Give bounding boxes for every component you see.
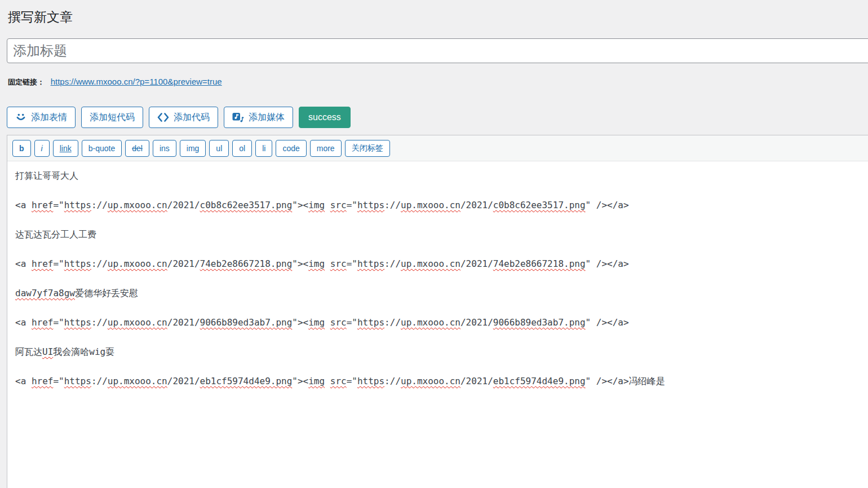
editor-text: " /></a> xyxy=(586,376,629,386)
editor-text: /2021/ xyxy=(167,376,200,386)
editor-text xyxy=(325,200,330,210)
editor-text: :// xyxy=(91,317,108,328)
post-content-editor[interactable]: 打算让哥哥大人<a href="https://up.mxooo.cn/2021… xyxy=(7,161,868,411)
editor-text: :// xyxy=(91,376,108,386)
editor-text: /2021/ xyxy=(167,200,200,210)
misspelled-text: c0b8c62ee3517.png xyxy=(200,200,293,210)
misspelled-text: up.mxooo.cn xyxy=(108,317,167,328)
quicktag-li-button[interactable]: li xyxy=(255,140,272,157)
misspelled-text: eb1cf5974d4e9.png xyxy=(200,376,293,386)
misspelled-text: href xyxy=(32,200,54,210)
misspelled-text: https xyxy=(357,200,384,210)
smiley-icon xyxy=(15,112,26,123)
misspelled-text: https xyxy=(357,258,384,269)
editor-text: 冯绍峰是 xyxy=(629,376,665,386)
editor-text: /2021/ xyxy=(167,258,200,269)
editor-line: <a href="https://up.mxooo.cn/2021/9066b8… xyxy=(15,315,868,330)
misspelled-text: src xyxy=(330,376,347,386)
misspelled-text: https xyxy=(64,317,91,328)
button-label: 添加短代码 xyxy=(90,112,135,124)
misspelled-text: 9066b89ed3ab7.png xyxy=(493,317,586,328)
editor-text xyxy=(325,317,330,328)
quicktag-del-button[interactable]: del xyxy=(125,140,149,157)
editor-text: /2021/ xyxy=(460,317,493,328)
editor-text: =" xyxy=(53,376,64,386)
editor-text: /2021/ xyxy=(167,317,200,328)
editor-text: :// xyxy=(91,200,108,210)
editor-line: 打算让哥哥大人 xyxy=(15,169,868,183)
editor-text: =" xyxy=(53,258,64,269)
editor-text: 我会滴哈wig耍 xyxy=(53,346,114,357)
misspelled-text: up.mxooo.cn xyxy=(401,200,460,210)
misspelled-text: https xyxy=(64,200,91,210)
button-label: 添加表情 xyxy=(31,112,67,124)
add-emoji-button[interactable]: 添加表情 xyxy=(7,107,76,128)
quicktag-more-button[interactable]: more xyxy=(310,140,342,157)
editor-text: <a xyxy=(15,200,32,210)
misspelled-text: eb1cf5974d4e9.png xyxy=(493,376,586,386)
editor-text: :// xyxy=(384,376,401,386)
quicktag-code-button[interactable]: code xyxy=(276,140,306,157)
misspelled-text: src xyxy=(330,200,347,210)
misspelled-text: img xyxy=(308,317,325,328)
misspelled-text: https xyxy=(357,376,384,386)
editor-text: =" xyxy=(347,317,357,328)
editor-text: ">< xyxy=(292,317,308,328)
post-title-input[interactable] xyxy=(7,38,868,63)
editor-line: 达瓦达瓦分工人工费 xyxy=(15,227,868,242)
add-shortcode-button[interactable]: 添加短代码 xyxy=(81,107,143,128)
quicktags-toolbar: bilinkb-quotedelinsimgulollicodemore关闭标签 xyxy=(7,135,868,161)
editor-text xyxy=(325,258,330,269)
editor-text: =" xyxy=(347,258,357,269)
button-label: 添加代码 xyxy=(174,112,210,124)
quicktag-ul-button[interactable]: ul xyxy=(209,140,229,157)
misspelled-text: img xyxy=(308,258,325,269)
editor-line: <a href="https://up.mxooo.cn/2021/c0b8c6… xyxy=(15,198,868,213)
editor-text: 爱德华好丢安慰 xyxy=(75,288,138,298)
editor-text: :// xyxy=(384,317,401,328)
quicktag-link-button[interactable]: link xyxy=(53,140,78,157)
misspelled-text: href xyxy=(32,317,54,328)
misspelled-text: c0b8c62ee3517.png xyxy=(493,200,586,210)
quicktag-ins-button[interactable]: ins xyxy=(153,140,176,157)
media-buttons-row: 添加表情添加短代码添加代码添加媒体success xyxy=(7,107,868,128)
editor-text: /2021/ xyxy=(460,258,493,269)
editor-text: <a xyxy=(15,376,32,386)
quicktag-img-button[interactable]: img xyxy=(180,140,206,157)
misspelled-text: daw7yf7a8gw xyxy=(15,288,75,298)
editor-text: ">< xyxy=(292,200,308,210)
editor-text: <a xyxy=(15,317,32,328)
editor-text: " /></a> xyxy=(586,200,629,210)
quicktag-bold-button[interactable]: b xyxy=(12,140,31,157)
misspelled-text: https xyxy=(64,258,91,269)
quicktag-close-tags-button[interactable]: 关闭标签 xyxy=(345,140,390,157)
editor-text: /2021/ xyxy=(460,200,493,210)
misspelled-text: img xyxy=(308,376,325,386)
add-media-button[interactable]: 添加媒体 xyxy=(224,107,293,128)
permalink-link[interactable]: https://www.mxooo.cn/?p=1100&preview=tru… xyxy=(51,77,222,86)
add-code-button[interactable]: 添加代码 xyxy=(149,107,218,128)
misspelled-text: href xyxy=(32,258,54,269)
misspelled-text: src xyxy=(330,258,347,269)
quicktag-blockquote-button[interactable]: b-quote xyxy=(82,140,122,157)
editor-line: daw7yf7a8gw爱德华好丢安慰 xyxy=(15,286,868,301)
misspelled-text: UI xyxy=(42,346,53,357)
code-brackets-icon xyxy=(157,112,169,122)
editor-text: 阿瓦达 xyxy=(15,346,42,357)
quicktag-ol-button[interactable]: ol xyxy=(232,140,252,157)
editor-text: <a xyxy=(15,258,32,269)
misspelled-text: 9066b89ed3ab7.png xyxy=(200,317,293,328)
editor-text: =" xyxy=(347,376,357,386)
button-label: success xyxy=(308,112,341,122)
post-editor: bilinkb-quotedelinsimgulollicodemore关闭标签… xyxy=(7,135,868,488)
editor-text: :// xyxy=(91,258,108,269)
success-button[interactable]: success xyxy=(299,107,351,128)
permalink: 固定链接： https://www.mxooo.cn/?p=1100&previ… xyxy=(7,77,868,87)
quicktag-italic-button[interactable]: i xyxy=(34,140,50,157)
page-title: 撰写新文章 xyxy=(7,0,868,25)
misspelled-text: https xyxy=(357,317,384,328)
editor-text xyxy=(325,376,330,386)
editor-line: <a href="https://up.mxooo.cn/2021/eb1cf5… xyxy=(15,374,868,389)
editor-text: =" xyxy=(347,200,357,210)
editor-line: 阿瓦达UI我会滴哈wig耍 xyxy=(15,345,868,359)
